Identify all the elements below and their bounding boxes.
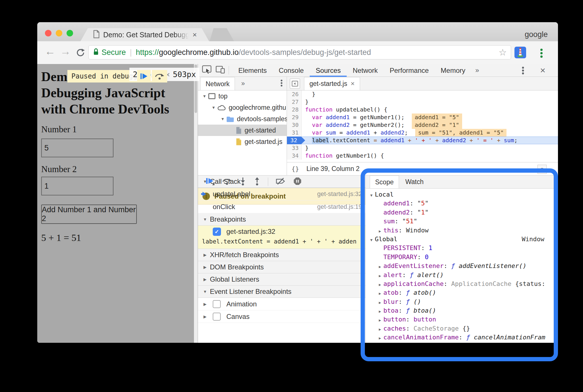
devtools-tab-network[interactable]: Network: [347, 64, 384, 77]
code-line-29: 29 var addend1 = getNumber1();addend1 = …: [287, 114, 558, 121]
source-editor: get-started.js × 26 }27}28function updat…: [287, 77, 558, 175]
close-window-button[interactable]: [45, 30, 51, 36]
scope-tab[interactable]: Scope: [370, 176, 399, 188]
bookmark-star-icon[interactable]: ☆: [499, 47, 507, 58]
lock-icon: [93, 48, 99, 57]
scope-variable-addEventListener[interactable]: ▶addEventListener: ƒ addEventListener(): [366, 261, 558, 270]
forward-icon[interactable]: →: [60, 46, 71, 57]
devtools-tab-console[interactable]: Console: [273, 64, 310, 77]
devtools-tab-elements[interactable]: Elements: [232, 64, 273, 77]
zoom-window-button[interactable]: [67, 30, 73, 36]
file-tree-item-devtools-samples[interactable]: ▼devtools-samples: [198, 113, 287, 125]
call-stack-frame-updatelabel[interactable]: updateLabelget-started.js:32: [198, 188, 365, 201]
call-stack-frame-onclick[interactable]: onClickget-started.js:19: [198, 201, 365, 213]
line-number[interactable]: 33: [287, 144, 302, 152]
line-number[interactable]: 30: [287, 121, 302, 129]
navigator-network-tab[interactable]: Network: [200, 77, 235, 90]
frame-icon: [208, 93, 216, 99]
browser-tab[interactable]: Demo: Get Started Debugging ×: [80, 28, 209, 41]
code-line-27: 27}: [287, 98, 558, 106]
overlay-resume-icon[interactable]: [137, 70, 151, 82]
breakpoint-entry[interactable]: ✓get-started.js:32label.textContent = ad…: [198, 226, 365, 249]
device-toolbar-icon[interactable]: [216, 65, 225, 75]
file-tree-item-get-started[interactable]: get-started: [198, 125, 287, 136]
step-into-icon[interactable]: [239, 177, 246, 187]
back-icon[interactable]: ←: [45, 46, 55, 57]
file-tree-item-top[interactable]: ▼top: [198, 90, 287, 102]
scope-variable-this[interactable]: ▶this: Window: [366, 226, 558, 235]
pause-on-exceptions-icon[interactable]: [293, 177, 302, 187]
more-tabs-chevron[interactable]: »: [471, 66, 483, 74]
next-tab-stub[interactable]: [210, 28, 234, 41]
section-header-event-listener-breakpoints[interactable]: ▼Event Listener Breakpoints: [198, 286, 365, 298]
deactivate-breakpoints-icon[interactable]: [276, 177, 286, 186]
file-tree: ▼top▼googlechrome.githu▼devtools-samples…: [198, 90, 287, 147]
scope-variable-alert[interactable]: ▶alert: ƒ alert(): [366, 271, 558, 279]
scope-variable-caches[interactable]: ▶caches: CacheStorage {}: [366, 324, 558, 333]
event-listener-category-canvas[interactable]: ▶Canvas: [198, 310, 365, 323]
scope-variable-button[interactable]: ▶button: button: [366, 315, 558, 324]
reload-icon[interactable]: [76, 48, 85, 59]
scope-pane: Scope Watch ▼Localaddend1: "5"addend2: "…: [366, 175, 558, 343]
url-bar[interactable]: Secure | https://googlechrome.github.io/…: [88, 45, 511, 59]
step-over-icon[interactable]: [222, 177, 232, 186]
pretty-print-icon[interactable]: {}: [292, 165, 299, 172]
number2-input[interactable]: 1: [41, 177, 113, 195]
editor-dropdown-icon[interactable]: ▾: [537, 165, 547, 174]
scope-section-global[interactable]: ▼GlobalWindow: [366, 235, 558, 244]
devtools-tab-memory[interactable]: Memory: [435, 64, 472, 77]
section-header-xhr-fetch-breakpoints[interactable]: ▶XHR/fetch Breakpoints: [198, 249, 365, 261]
line-number[interactable]: 27: [287, 98, 302, 106]
inline-value-badge: addend2 = "1": [412, 121, 462, 129]
debugger-sidebar: i Paused on breakpoint ▼Call Stackupdate…: [198, 175, 366, 343]
scope-variable-blur[interactable]: ▶blur: ƒ (): [366, 297, 558, 306]
editor-tab-close-icon[interactable]: ×: [351, 77, 355, 90]
page-content: Demo: Get Started Debugging JavaScript w…: [37, 64, 198, 343]
browser-menu-icon[interactable]: [540, 48, 543, 59]
scope-variable-tree: ▼Localaddend1: "5"addend2: "1"sum: "51"▶…: [366, 190, 558, 342]
page-scrollbar[interactable]: [194, 64, 198, 343]
resume-script-icon[interactable]: [205, 177, 214, 186]
devtools-tab-performance[interactable]: Performance: [384, 64, 435, 77]
number1-input[interactable]: 5: [41, 139, 113, 157]
step-out-icon[interactable]: [254, 177, 261, 187]
add-numbers-button[interactable]: Add Number 1 and Number 2: [41, 205, 137, 224]
file-tree-item-googlechrome-githu[interactable]: ▼googlechrome.githu: [198, 102, 287, 113]
section-header-global-listeners[interactable]: ▶Global Listeners: [198, 273, 365, 286]
line-number[interactable]: 28: [287, 106, 302, 114]
event-listener-category-animation[interactable]: ▶Animation: [198, 298, 365, 310]
file-gray-icon: [235, 127, 242, 134]
editor-file-tab[interactable]: get-started.js ×: [304, 77, 360, 90]
minimize-window-button[interactable]: [56, 30, 62, 36]
line-number[interactable]: 34: [287, 152, 302, 160]
collapse-navigator-icon[interactable]: [290, 79, 300, 89]
watch-tab[interactable]: Watch: [405, 178, 423, 186]
browser-toolbar: ← → Secure | https://googlechrome.github…: [37, 41, 558, 64]
code-line-33: 33}: [287, 144, 558, 152]
scope-variable-atob[interactable]: ▶atob: ƒ atob(): [366, 288, 558, 297]
overlay-step-over-icon[interactable]: [152, 70, 167, 82]
scope-section-local[interactable]: ▼Local: [366, 190, 558, 199]
scope-variable-applicationCache[interactable]: ▶applicationCache: ApplicationCache {sta…: [366, 279, 558, 288]
lighthouse-extension-icon[interactable]: [514, 47, 526, 59]
devtools-close-icon[interactable]: ×: [540, 65, 545, 76]
scope-variable-cancelAnimationFrame[interactable]: ▶cancelAnimationFrame: ƒ cancelAnimation…: [366, 333, 558, 342]
listener-checkbox[interactable]: [213, 300, 221, 308]
line-number[interactable]: 29: [287, 114, 302, 121]
scope-variable-btoa[interactable]: ▶btoa: ƒ btoa(): [366, 306, 558, 315]
file-tree-item-get-started-js[interactable]: get-started.js: [198, 136, 287, 147]
breakpoints-header[interactable]: ▼Breakpoints: [198, 213, 365, 226]
line-number[interactable]: 26: [287, 90, 302, 98]
breakpoint-checkbox[interactable]: ✓: [213, 228, 221, 236]
listener-checkbox[interactable]: [213, 313, 221, 321]
navigator-more-tabs-chevron[interactable]: »: [241, 80, 245, 87]
inspect-element-icon[interactable]: [202, 65, 212, 75]
tab-close-icon[interactable]: ×: [193, 31, 197, 38]
code-view[interactable]: 26 }27}28function updateLabel() {29 var …: [287, 90, 558, 162]
devtools-panel: ElementsConsoleSourcesNetworkPerformance…: [198, 64, 558, 343]
devtools-menu-icon[interactable]: [522, 66, 524, 76]
section-header-dom-breakpoints[interactable]: ▶DOM Breakpoints: [198, 261, 365, 273]
devtools-tab-sources[interactable]: Sources: [310, 64, 347, 77]
navigator-menu-icon[interactable]: [280, 79, 283, 88]
line-number[interactable]: 31: [287, 129, 302, 137]
